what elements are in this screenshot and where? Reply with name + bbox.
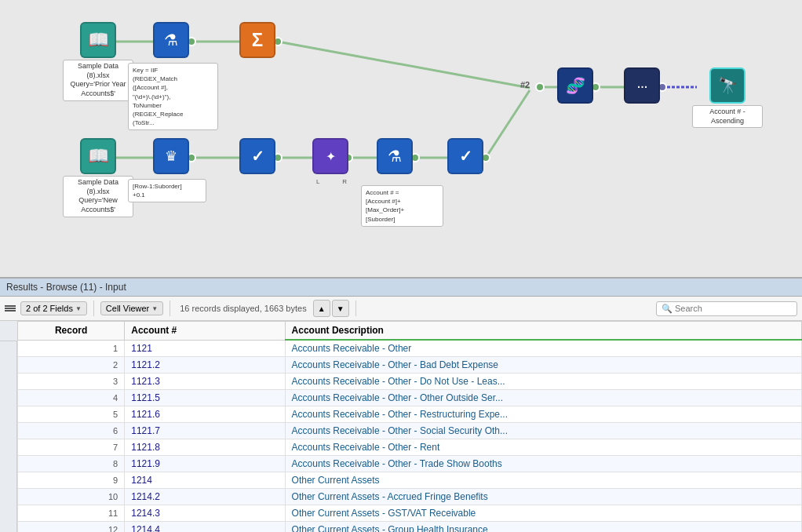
cell-record: 9: [18, 472, 125, 489]
column-selector-icon[interactable]: [5, 305, 16, 312]
nav-arrows: ▲ ▼: [313, 300, 349, 317]
toolbar-separator-1: [93, 301, 94, 316]
table-row[interactable]: 111214.3Other Current Assets - GST/VAT R…: [18, 505, 802, 522]
cell-account-num: 1214.2: [125, 489, 285, 505]
cell-account-desc: Accounts Receivable - Other - Trade Show…: [285, 456, 801, 472]
table-area: Record Account # Account Description 111…: [0, 321, 802, 532]
cell-account-desc: Other Current Assets - Accrued Fringe Be…: [285, 489, 801, 505]
cell-account-num: 1214.4: [125, 522, 285, 533]
cell-account-num: 1121.3: [125, 373, 285, 390]
node-icon-ellipsis: ···: [624, 67, 660, 104]
node-summarize[interactable]: Σ: [239, 22, 275, 58]
node-icon-browse: 🔭: [709, 67, 745, 104]
fields-dropdown-button[interactable]: 2 of 2 Fields ▼: [20, 301, 87, 315]
results-title: Results - Browse (11) - Input: [6, 282, 126, 293]
cell-account-num: 1214: [125, 472, 285, 489]
node-icon-check2: ✓: [447, 138, 483, 174]
cell-account-num: 1121.5: [125, 390, 285, 406]
node-formula2[interactable]: ♛: [153, 138, 189, 174]
nav-down-button[interactable]: ▼: [332, 300, 349, 317]
fields-dropdown-arrow: ▼: [75, 305, 82, 312]
node-icon-input2: 📖: [80, 138, 116, 174]
node-icon-dna: 🧬: [557, 67, 593, 104]
table-body: 11121Accounts Receivable - Other21121.2A…: [18, 340, 802, 532]
cell-account-desc: Accounts Receivable - Other: [285, 340, 801, 357]
formula-box-1: Key = IIF(REGEX_Match([Account #],"(\d+)…: [128, 63, 218, 130]
node-icon-join1: ✦: [312, 138, 348, 174]
table-row[interactable]: 11121Accounts Receivable - Other: [18, 340, 802, 357]
cell-account-desc: Accounts Receivable - Other - Bad Debt E…: [285, 357, 801, 373]
svg-line-4: [278, 42, 530, 88]
cell-record: 1: [18, 340, 125, 357]
svg-point-19: [536, 83, 544, 91]
table-row[interactable]: 91214Other Current Assets: [18, 472, 802, 489]
column-selector-area: [5, 305, 16, 312]
fields-label: 2 of 2 Fields: [26, 304, 73, 313]
cell-record: 6: [18, 423, 125, 439]
cell-record: 11: [18, 505, 125, 522]
node-browse[interactable]: 🔭 Account # - Ascending: [692, 67, 763, 128]
node-join1[interactable]: ✦ L R: [312, 138, 348, 174]
cell-record: 4: [18, 390, 125, 406]
node-formula1[interactable]: ⚗: [153, 22, 189, 58]
node-check2[interactable]: ✓: [447, 138, 483, 174]
cell-account-desc: Accounts Receivable - Other - Social Sec…: [285, 423, 801, 439]
node-ellipsis[interactable]: ···: [624, 67, 660, 104]
table-row[interactable]: 21121.2Accounts Receivable - Other - Bad…: [18, 357, 802, 373]
table-row[interactable]: 81121.9Accounts Receivable - Other - Tra…: [18, 456, 802, 472]
cell-account-desc: Other Current Assets - Group Health Insu…: [285, 522, 801, 533]
records-info: 16 records displayed, 1663 bytes: [180, 304, 306, 313]
cell-record: 8: [18, 456, 125, 472]
viewer-label: Cell Viewer: [106, 304, 149, 313]
cell-account-desc: Other Current Assets: [285, 472, 801, 489]
table-row[interactable]: 101214.2Other Current Assets - Accrued F…: [18, 489, 802, 505]
data-table: Record Account # Account Description 111…: [17, 321, 802, 532]
node-check1[interactable]: ✓: [239, 138, 275, 174]
table-row[interactable]: 121214.4Other Current Assets - Group Hea…: [18, 522, 802, 533]
node-formula3[interactable]: ⚗: [377, 138, 413, 174]
node-label-input2: Sample Data (8).xlsx Query='New Accounts…: [63, 176, 133, 217]
table-row[interactable]: 51121.6Accounts Receivable - Other - Res…: [18, 406, 802, 423]
cell-record: 5: [18, 406, 125, 423]
search-icon: 🔍: [662, 304, 673, 314]
node-label-input1: Sample Data (8).xlsx Query='Prior Year A…: [63, 60, 133, 101]
search-box-container: 🔍: [656, 301, 797, 316]
node-icon-check1: ✓: [239, 138, 275, 174]
cell-account-num: 1121.6: [125, 406, 285, 423]
node-icon-input1: 📖: [80, 22, 116, 58]
node-input2[interactable]: 📖 Sample Data (8).xlsx Query='New Accoun…: [63, 138, 133, 217]
nav-up-button[interactable]: ▲: [313, 300, 330, 317]
cell-record: 12: [18, 522, 125, 533]
formula-box-2: [Row-1:Suborder]+0.1: [128, 179, 206, 202]
col-header-record: Record: [18, 322, 125, 341]
cell-account-desc: Accounts Receivable - Other - Other Outs…: [285, 390, 801, 406]
col-header-desc: Account Description: [285, 322, 801, 341]
viewer-dropdown-arrow: ▼: [151, 305, 158, 312]
cell-account-num: 1121.9: [125, 456, 285, 472]
node-icon-formula1: ⚗: [153, 22, 189, 58]
results-toolbar: 2 of 2 Fields ▼ Cell Viewer ▼ 16 records…: [0, 297, 802, 321]
svg-line-16: [486, 90, 530, 158]
data-table-container[interactable]: Record Account # Account Description 111…: [17, 321, 802, 532]
node-dna[interactable]: 🧬: [557, 67, 593, 104]
toolbar-separator-2: [170, 301, 170, 316]
cell-account-desc: Accounts Receivable - Other - Restructur…: [285, 406, 801, 423]
node-icon-formula3: ⚗: [377, 138, 413, 174]
workflow-canvas[interactable]: 📖 Sample Data (8).xlsx Query='Prior Year…: [0, 0, 802, 279]
col-header-account: Account #: [125, 322, 285, 341]
cell-account-desc: Other Current Assets - GST/VAT Receivabl…: [285, 505, 801, 522]
cell-record: 7: [18, 439, 125, 456]
node-label-browse: Account # - Ascending: [692, 105, 763, 128]
table-row[interactable]: 31121.3Accounts Receivable - Other - Do …: [18, 373, 802, 390]
cell-account-num: 1121.8: [125, 439, 285, 456]
viewer-dropdown-button[interactable]: Cell Viewer ▼: [100, 301, 163, 315]
table-row[interactable]: 41121.5Accounts Receivable - Other - Oth…: [18, 390, 802, 406]
results-title-bar: Results - Browse (11) - Input: [0, 279, 802, 297]
node-icon-summarize: Σ: [239, 22, 275, 58]
search-input[interactable]: [675, 304, 792, 313]
cell-account-desc: Accounts Receivable - Other - Do Not Use…: [285, 373, 801, 390]
table-row[interactable]: 71121.8Accounts Receivable - Other - Ren…: [18, 439, 802, 456]
cell-account-num: 1121.2: [125, 357, 285, 373]
table-row[interactable]: 61121.7Accounts Receivable - Other - Soc…: [18, 423, 802, 439]
node-input1[interactable]: 📖 Sample Data (8).xlsx Query='Prior Year…: [63, 22, 133, 101]
